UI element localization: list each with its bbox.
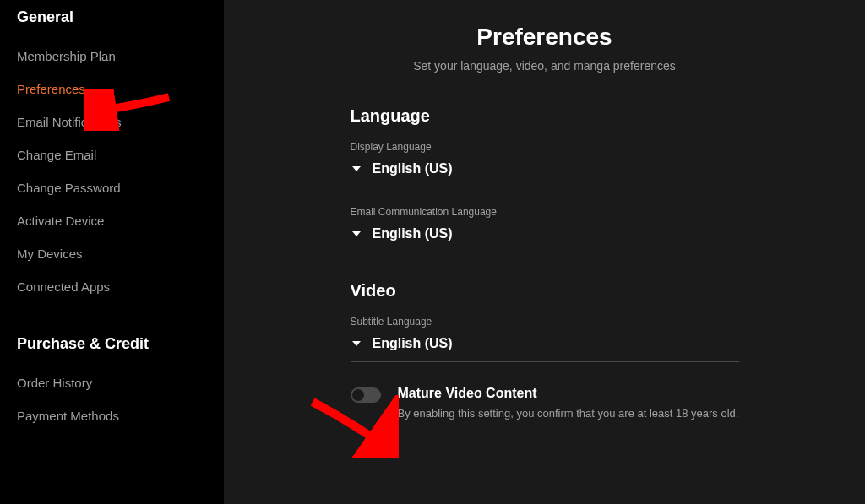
mature-content-row: Mature Video Content By enabling this se… bbox=[351, 386, 739, 421]
display-language-value: English (US) bbox=[373, 161, 453, 176]
section-header-language: Language bbox=[351, 106, 739, 126]
section-header-video: Video bbox=[351, 281, 739, 301]
sidebar-item-my-devices[interactable]: My Devices bbox=[17, 237, 207, 270]
toggle-knob bbox=[352, 389, 364, 401]
chevron-down-icon bbox=[352, 166, 361, 171]
sidebar-item-membership-plan[interactable]: Membership Plan bbox=[17, 40, 207, 73]
email-language-dropdown[interactable]: English (US) bbox=[351, 223, 739, 252]
page-title: Preferences bbox=[305, 24, 784, 51]
sidebar-item-order-history[interactable]: Order History bbox=[17, 366, 207, 399]
sidebar-section-purchase: Purchase & Credit bbox=[17, 335, 207, 353]
sidebar-section-general: General bbox=[17, 8, 207, 26]
display-language-label: Display Language bbox=[351, 141, 739, 153]
sidebar-item-connected-apps[interactable]: Connected Apps bbox=[17, 270, 207, 303]
sidebar-item-payment-methods[interactable]: Payment Methods bbox=[17, 399, 207, 432]
subtitle-language-label: Subtitle Language bbox=[351, 316, 739, 328]
chevron-down-icon bbox=[352, 341, 361, 346]
sidebar-item-change-password[interactable]: Change Password bbox=[17, 171, 207, 204]
mature-content-toggle[interactable] bbox=[351, 387, 381, 403]
sidebar-item-preferences[interactable]: Preferences bbox=[17, 73, 207, 106]
mature-content-title: Mature Video Content bbox=[398, 386, 739, 401]
mature-content-description: By enabling this setting, you confirm th… bbox=[398, 406, 739, 421]
display-language-dropdown[interactable]: English (US) bbox=[351, 158, 739, 187]
email-language-value: English (US) bbox=[373, 226, 453, 241]
sidebar-item-email-notifications[interactable]: Email Notifications bbox=[17, 106, 207, 138]
page-subtitle: Set your language, video, and manga pref… bbox=[305, 59, 784, 73]
subtitle-language-value: English (US) bbox=[373, 336, 453, 351]
subtitle-language-dropdown[interactable]: English (US) bbox=[351, 333, 739, 362]
chevron-down-icon bbox=[352, 231, 361, 236]
sidebar: General Membership Plan Preferences Emai… bbox=[0, 0, 224, 504]
sidebar-item-activate-device[interactable]: Activate Device bbox=[17, 204, 207, 237]
main-content: Preferences Set your language, video, an… bbox=[224, 0, 865, 504]
sidebar-item-change-email[interactable]: Change Email bbox=[17, 138, 207, 171]
email-language-label: Email Communication Language bbox=[351, 206, 739, 218]
